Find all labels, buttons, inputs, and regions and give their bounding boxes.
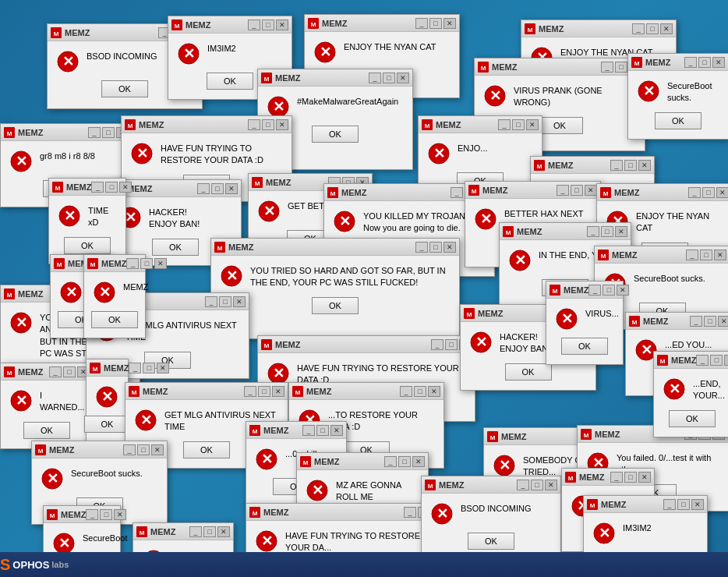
maximize-button[interactable]: □ [140,258,153,269]
minimize-button[interactable]: _ [404,507,416,518]
ok-button[interactable]: OK [536,117,583,134]
ok-button[interactable]: OK [23,422,70,439]
ok-button[interactable]: OK [312,126,359,143]
minimize-button[interactable]: _ [86,509,98,520]
maximize-button[interactable]: □ [143,363,155,373]
close-button[interactable]: ✕ [412,456,425,467]
maximize-button[interactable]: □ [398,456,411,467]
close-button[interactable]: ✕ [714,250,726,260]
maximize-button[interactable]: □ [710,355,723,366]
maximize-button[interactable]: □ [603,285,615,296]
maximize-button[interactable]: □ [262,19,274,30]
maximize-button[interactable]: □ [700,250,712,260]
close-button[interactable]: ✕ [444,242,456,253]
close-button[interactable]: ✕ [225,183,238,194]
ok-button[interactable]: OK [64,237,111,254]
minimize-button[interactable]: _ [688,187,701,198]
minimize-button[interactable]: _ [431,339,444,350]
minimize-button[interactable]: _ [451,187,463,198]
maximize-button[interactable]: □ [316,425,329,436]
close-button[interactable]: ✕ [716,187,728,198]
minimize-button[interactable]: _ [632,23,645,34]
maximize-button[interactable]: □ [102,127,115,138]
maximize-button[interactable]: □ [704,316,716,327]
minimize-button[interactable]: _ [415,18,428,29]
close-button[interactable]: ✕ [712,57,725,68]
close-button[interactable]: ✕ [585,185,597,196]
minimize-button[interactable]: _ [557,185,569,196]
close-button[interactable]: ✕ [526,119,539,130]
close-button[interactable]: ✕ [154,258,167,269]
minimize-button[interactable]: _ [189,526,202,537]
minimize-button[interactable]: _ [123,444,136,455]
ok-button[interactable]: OK [152,239,199,256]
maximize-button[interactable]: □ [211,183,224,194]
minimize-button[interactable]: _ [498,119,511,130]
close-button[interactable]: ✕ [157,363,169,373]
minimize-button[interactable]: _ [369,73,381,83]
maximize-button[interactable]: □ [698,57,711,68]
minimize-button[interactable]: _ [244,386,256,397]
maximize-button[interactable]: □ [624,472,637,483]
ok-button[interactable]: OK [183,441,230,458]
minimize-button[interactable]: _ [415,242,428,253]
minimize-button[interactable]: _ [663,499,676,510]
maximize-button[interactable]: □ [63,366,76,377]
minimize-button[interactable]: _ [91,182,104,193]
close-button[interactable]: ✕ [615,226,627,237]
maximize-button[interactable]: □ [429,242,442,253]
minimize-button[interactable]: _ [129,363,141,373]
close-button[interactable]: ✕ [660,23,673,34]
maximize-button[interactable]: □ [203,526,216,537]
close-button[interactable]: ✕ [272,386,284,397]
minimize-button[interactable]: _ [601,62,613,73]
minimize-button[interactable]: _ [686,250,698,260]
maximize-button[interactable]: □ [414,386,426,397]
close-button[interactable]: ✕ [638,160,651,171]
minimize-button[interactable]: _ [610,472,623,483]
maximize-button[interactable]: □ [601,226,613,237]
close-button[interactable]: ✕ [444,18,456,29]
minimize-button[interactable]: _ [696,355,709,366]
ok-button[interactable]: OK [468,533,514,550]
close-button[interactable]: ✕ [428,386,440,397]
minimize-button[interactable]: _ [684,57,697,68]
maximize-button[interactable]: □ [615,62,627,73]
minimize-button[interactable]: _ [588,285,601,296]
minimize-button[interactable]: _ [49,366,62,377]
maximize-button[interactable]: □ [624,160,637,171]
minimize-button[interactable]: _ [248,19,260,30]
ok-button[interactable]: OK [669,410,716,427]
close-button[interactable]: ✕ [217,526,230,537]
close-button[interactable]: ✕ [397,73,409,83]
ok-button[interactable]: OK [655,112,701,129]
close-button[interactable]: ✕ [119,182,132,193]
ok-button[interactable]: OK [84,416,131,433]
close-button[interactable]: ✕ [114,509,126,520]
minimize-button[interactable]: _ [610,160,623,171]
maximize-button[interactable]: □ [646,23,659,34]
close-button[interactable]: ✕ [724,355,728,366]
close-button[interactable]: ✕ [617,285,629,296]
minimize-button[interactable]: _ [517,480,529,490]
maximize-button[interactable]: □ [219,296,231,307]
maximize-button[interactable]: □ [100,509,112,520]
minimize-button[interactable]: _ [248,119,260,130]
minimize-button[interactable]: _ [197,183,210,194]
ok-button[interactable]: OK [101,80,148,97]
ok-button[interactable]: OK [561,338,608,355]
maximize-button[interactable]: □ [383,73,395,83]
close-button[interactable]: ✕ [638,472,651,483]
ok-button[interactable]: OK [312,297,359,314]
maximize-button[interactable]: □ [512,119,525,130]
maximize-button[interactable]: □ [258,386,270,397]
minimize-button[interactable]: _ [384,456,397,467]
maximize-button[interactable]: □ [531,480,543,490]
close-button[interactable]: ✕ [691,499,704,510]
ok-button[interactable]: OK [505,363,552,381]
maximize-button[interactable]: □ [262,119,274,130]
minimize-button[interactable]: _ [587,226,599,237]
minimize-button[interactable]: _ [690,316,702,327]
maximize-button[interactable]: □ [571,185,583,196]
maximize-button[interactable]: □ [137,444,150,455]
